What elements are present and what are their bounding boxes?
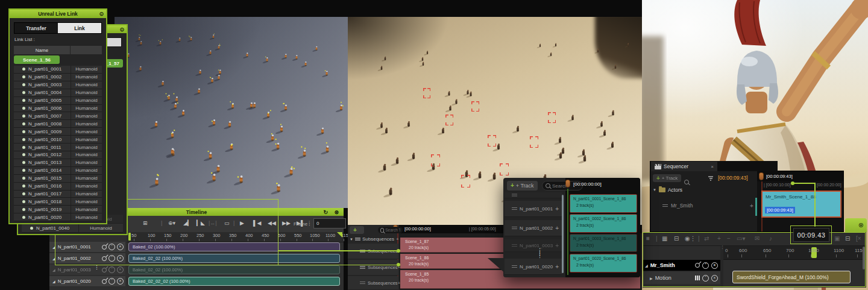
link-list-row[interactable]: N_part01_0011Humanoid [14,143,102,151]
link-list-row[interactable]: N_part01_0006Humanoid [14,105,102,113]
link-list-row[interactable]: N_part01_0040Humanoid [22,224,123,233]
animation-clip[interactable]: SwordShield_ForgeAhead_M (100.00%) [732,271,851,283]
search-icon[interactable] [684,176,689,187]
chevron-circle-icon[interactable]: ˇ [702,275,709,282]
remove-circle-icon[interactable]: × [117,244,124,250]
popup-track-row[interactable]: N_part01_0002+ [505,220,562,236]
link-list-row[interactable]: N_part01_0002Humanoid [14,74,102,81]
expand-arrow-icon[interactable]: ▼ [350,238,353,241]
playhead-marker[interactable] [759,172,764,180]
link-list-row[interactable]: N_part01_0017Humanoid [14,191,102,198]
scene-clip[interactable]: N_part01_0003_Scene_1_862 track(s) [570,234,637,252]
table-header[interactable]: Name [14,46,102,54]
audio-icon[interactable]: ♪ [769,235,772,242]
baked-clip[interactable]: Baked_02_02_02 (100.00%) [128,277,340,286]
subsequences-parent-row[interactable]: ▼ Subsequences + [350,235,398,243]
chevron-circle-icon[interactable]: ˇ [702,262,709,269]
popup-track-row[interactable]: N_part01_0020+ [505,259,562,275]
baked-clip[interactable]: Baked_02 (100.00%) [128,242,340,251]
chevron-circle-icon[interactable]: ˇ [108,244,115,250]
swap-icon[interactable]: ⇄ [704,235,709,242]
add-icon[interactable]: + [555,225,559,232]
close-icon[interactable]: ⊗ [334,209,339,215]
character-link-icon[interactable] [102,268,107,273]
track-header-row[interactable]: ◢N_part01_0003ˇ× [49,265,125,276]
link-list-row[interactable]: N_part01_0013Humanoid [14,159,102,167]
link-list-row[interactable]: N_part01_0009Humanoid [14,128,102,136]
tab-transfer[interactable]: Transfer [14,23,58,33]
expand-icon[interactable]: ◢ [52,245,55,249]
link-list-row[interactable]: N_part01_0005Humanoid [14,97,102,105]
track-row-mrsmith[interactable]: ◢ Mr_Smith ˇ × [643,260,720,271]
settings-icon[interactable]: ⊙ [119,27,124,33]
name-column-header[interactable]: Name [14,46,70,54]
subsequence-row[interactable]: Subsequences+ [348,244,398,259]
remove-circle-icon[interactable]: × [711,275,718,282]
remove-circle-icon[interactable]: × [117,266,124,273]
add-track-button[interactable]: + [350,226,364,234]
track-header-row[interactable]: ◢N_part01_0001ˇ× [49,242,125,253]
link-list-row[interactable]: N_part01_0008Humanoid [14,120,102,128]
panel-splitter[interactable]: ⋮ [720,246,723,288]
link-list-row[interactable]: N_part01_0007Humanoid [14,112,102,120]
filter-icon[interactable] [708,176,713,181]
link-list-row[interactable]: N_part01_0014Humanoid [14,167,102,175]
popup-track-row[interactable]: N_part01_0001+ [505,201,562,217]
expand-icon[interactable]: ▶ [650,276,653,280]
play-button[interactable]: ▶ [240,220,244,226]
add-track-button[interactable]: ++ Track [653,174,681,182]
fit-range-icon[interactable]: |↔| [209,220,217,226]
link-list-row[interactable]: N_part01_0016Humanoid [14,183,102,191]
add-track-button[interactable]: ++ Track [507,181,538,191]
sequencer-tab[interactable]: Sequencer × [651,162,717,171]
actor-track-row[interactable]: Mr_Smith [662,203,753,209]
zoom-out-range-icon[interactable]: ▎◣ [197,220,205,226]
link-list-row[interactable]: N_part01_0019Humanoid [14,206,102,213]
eye-menu-icon[interactable]: ◉⋮ [685,235,696,242]
scrollbar[interactable] [562,195,564,273]
subsequence-row[interactable]: Subsequences+ [348,260,398,276]
expand-arrow-icon[interactable]: ▼ [653,188,656,192]
go-to-start-button[interactable]: ▌◀ [253,220,261,226]
collapse-icon[interactable]: ⊟ [845,235,850,242]
chevron-circle-icon[interactable]: ˇ [108,278,115,285]
search-box[interactable]: Search Trac [378,227,403,233]
remove-circle-icon[interactable]: × [711,262,718,269]
subsequence-row[interactable]: Subsequences+ [348,276,398,290]
keys-icon[interactable]: ▣ [834,235,840,242]
add-key-icon[interactable]: + [717,235,721,242]
scene-clip[interactable]: N_part01_0002_Scene_1_862 track(s) [570,214,637,233]
add-icon[interactable]: + [555,263,559,270]
step-forward-button[interactable]: ▶▶ [282,220,291,226]
scene-clip[interactable]: N_part01_0020_Scene_1_862 track(s) [570,254,637,273]
track-header-row[interactable]: ◢N_part01_0002ˇ× [49,253,125,264]
ruler-start-playhead[interactable] [128,233,131,241]
add-subtrack-icon[interactable]: + [396,236,399,242]
link-list-row[interactable]: N_part01_0015Humanoid [14,175,102,183]
zoom-in-range-icon[interactable]: ◢▎ [183,220,192,226]
remove-key-icon[interactable]: − [727,235,731,242]
character-link-icon[interactable] [695,263,700,268]
range-menu-icon[interactable]: ▭▾ [737,235,745,242]
type-column-header[interactable] [71,46,102,54]
chevron-circle-icon[interactable]: ˇ [108,266,115,273]
playhead-marker[interactable] [565,180,570,188]
chevron-circle-icon[interactable]: ˇ [108,255,115,262]
delete-icon[interactable]: [× [856,235,861,242]
close-icon[interactable]: × [711,164,714,169]
frame-input[interactable] [313,218,346,229]
baked-clip[interactable]: Baked_02_02 (100.00%) [128,254,340,263]
add-icon[interactable]: + [555,242,559,249]
titlebar[interactable]: Unreal Live Link ⊙ [10,10,106,18]
character-link-icon[interactable] [102,279,107,284]
scene-clip[interactable]: N_part01_0001_Scene_1_862 track(s) [570,194,637,213]
expand-icon[interactable]: ◢ [52,268,55,272]
remove-circle-icon[interactable]: × [117,255,124,262]
step-back-button[interactable]: ◀◀ [268,220,276,226]
link-list-row[interactable]: N_part01_0001Humanoid [14,66,102,74]
timeline-ruler[interactable]: 5010015020025030035040045050055010501100… [127,232,344,242]
add-icon[interactable]: + [555,206,559,212]
refresh-icon[interactable]: ↻ [323,209,328,215]
link-list-row[interactable]: N_part01_0020Humanoid [14,213,102,221]
track-row-motion[interactable]: ▶ Motion ˇ × [643,272,720,284]
